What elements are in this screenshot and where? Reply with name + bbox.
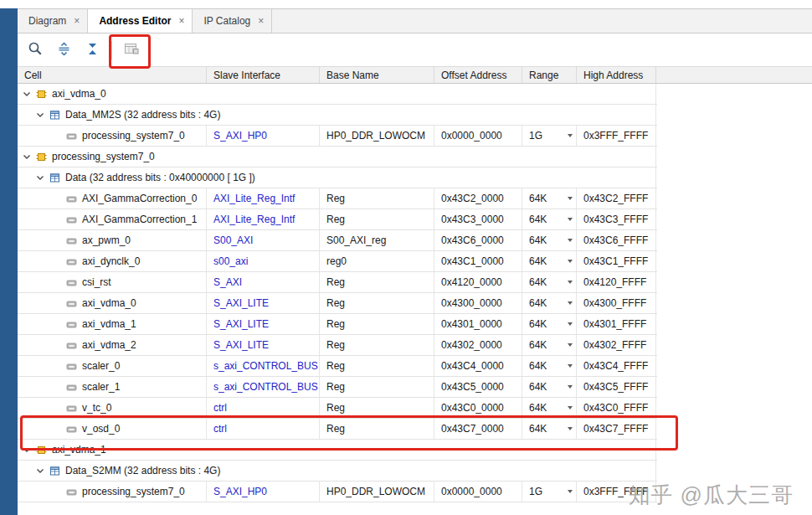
tab-close-icon[interactable]: × (74, 15, 80, 27)
range-dropdown-arrow-icon[interactable] (568, 406, 573, 409)
range-dropdown-arrow-icon[interactable] (568, 301, 573, 305)
table-row-csi-rst[interactable]: csi_rstS_AXIReg0x4120_000064K0x4120_FFFF (18, 272, 657, 293)
range-dropdown-arrow-icon[interactable] (568, 134, 573, 137)
column-header-range[interactable]: Range (522, 67, 577, 83)
offset-address-cell: 0x43C1_0000 (434, 251, 522, 271)
table-row-axi-vdma-2[interactable]: axi_vdma_2S_AXI_LITEReg0x4302_000064K0x4… (18, 335, 657, 356)
chevron-down-icon[interactable] (23, 153, 31, 161)
base-name: Reg (326, 423, 345, 435)
chevron-down-icon[interactable] (36, 174, 44, 182)
table-row-axi-vdma-0[interactable]: axi_vdma_0S_AXI_LITEReg0x4300_000064K0x4… (18, 293, 657, 314)
cell-name-cell: axi_vdma_0 (18, 293, 207, 313)
high-address: 0x43C3_FFFF (583, 214, 648, 225)
offset-address-cell: 0x43C6_0000 (434, 230, 522, 250)
interface-pin-icon (66, 235, 77, 246)
slave-interface-link[interactable]: S_AXI_LITE (213, 318, 269, 330)
table-row-axi-gammacorrection-1[interactable]: AXI_GammaCorrection_1AXI_Lite_Reg_IntfRe… (18, 209, 657, 230)
tab-label: Address Editor (99, 15, 171, 27)
table-row-ax-pwm-0[interactable]: ax_pwm_0S00_AXIS00_AXI_reg0x43C6_000064K… (18, 230, 657, 251)
slave-interface-link[interactable]: s_axi_CONTROL_BUS (213, 381, 318, 393)
chevron-down-icon[interactable] (23, 446, 31, 454)
table-header: CellSlave InterfaceBase NameOffset Addre… (18, 67, 812, 84)
column-header-cell[interactable]: Cell (18, 67, 207, 83)
range-dropdown-arrow-icon[interactable] (568, 343, 573, 347)
range-dropdown-arrow-icon[interactable] (568, 322, 573, 326)
slave-interface-link[interactable]: s_axi_CONTROL_BUS (213, 360, 318, 372)
table-row-scaler-0[interactable]: scaler_0s_axi_CONTROL_BUSReg0x43C4_00006… (18, 356, 657, 377)
table-row-axi-gammacorrection-0[interactable]: AXI_GammaCorrection_0AXI_Lite_Reg_IntfRe… (18, 188, 657, 209)
table-row-axi-dynclk-0[interactable]: axi_dynclk_0s00_axireg00x43C1_000064K0x4… (18, 251, 657, 272)
range-dropdown-arrow-icon[interactable] (568, 490, 573, 493)
slave-interface-link[interactable]: s00_axi (213, 255, 248, 267)
slave-interface-link[interactable]: ctrl (213, 402, 227, 414)
tab-address-editor[interactable]: Address Editor× (88, 9, 193, 33)
table-row-processing-system7-0[interactable]: processing_system7_0 (18, 147, 657, 167)
cell-icon (36, 89, 47, 100)
range-dropdown-arrow-icon[interactable] (568, 260, 573, 263)
interface-pin-icon (66, 487, 77, 497)
column-header-offset-address[interactable]: Offset Address (434, 67, 522, 83)
slave-interface-link[interactable]: S00_AXI (213, 234, 253, 246)
range-value: 1G (529, 486, 542, 497)
interface-pin-icon (66, 131, 77, 142)
tab-close-icon[interactable]: × (178, 15, 184, 27)
table-row-data-32-address-bits-0x40000000-1g[interactable]: Data (32 address bits : 0x40000000 [ 1G … (18, 167, 657, 188)
slave-interface-link[interactable]: S_AXI_LITE (213, 339, 269, 351)
table-row-scaler-1[interactable]: scaler_1s_axi_CONTROL_BUSReg0x43C5_00006… (18, 377, 657, 398)
base-name-cell: Reg (320, 314, 434, 334)
range-value: 64K (529, 381, 547, 393)
range-dropdown-arrow-icon[interactable] (568, 364, 573, 368)
slave-interface-link[interactable]: S_AXI_LITE (213, 297, 269, 309)
slave-interface-cell: ctrl (207, 419, 320, 439)
range-value: 64K (529, 276, 547, 288)
cell-name: processing_system7_0 (82, 130, 185, 142)
column-header-high-address[interactable]: High Address (577, 67, 656, 83)
range-dropdown-arrow-icon[interactable] (568, 218, 573, 221)
column-header-base-name[interactable]: Base Name (320, 67, 434, 83)
tab-diagram[interactable]: Diagram× (18, 9, 88, 33)
table-row-v-osd-0[interactable]: v_osd_0ctrlReg0x43C7_000064K0x43C7_FFFF (18, 419, 657, 440)
search-icon (28, 41, 43, 59)
column-header-slave-interface[interactable]: Slave Interface (207, 67, 320, 83)
range-dropdown-arrow-icon[interactable] (568, 281, 573, 284)
slave-interface-link[interactable]: S_AXI_HP0 (213, 130, 267, 142)
table-row-processing-system7-0[interactable]: processing_system7_0S_AXI_HP0HP0_DDR_LOW… (18, 482, 657, 502)
table-row-axi-vdma-1[interactable]: axi_vdma_1S_AXI_LITEReg0x4301_000064K0x4… (18, 314, 657, 335)
address-editor-panel: Diagram×Address Editor×IP Catalog× CellS… (18, 8, 812, 502)
slave-interface-link[interactable]: ctrl (213, 423, 227, 435)
base-name-cell: Reg (320, 377, 434, 397)
group-label: processing_system7_0 (52, 151, 155, 162)
range-value: 64K (529, 402, 547, 414)
range-value: 1G (529, 130, 542, 142)
table-row-axi-vdma-1[interactable]: axi_vdma_1 (18, 440, 657, 461)
chevron-down-icon[interactable] (23, 90, 31, 98)
high-address: 0x43C2_FFFF (583, 193, 648, 204)
search-button[interactable] (26, 41, 44, 59)
range-dropdown-arrow-icon[interactable] (568, 385, 573, 389)
table-row-axi-vdma-0[interactable]: axi_vdma_0 (18, 84, 657, 105)
range-dropdown-arrow-icon[interactable] (568, 427, 573, 430)
tab-ip-catalog[interactable]: IP Catalog× (193, 9, 272, 33)
table-row-data-s2mm-32-address-bits-4g[interactable]: Data_S2MM (32 address bits : 4G) (18, 461, 657, 482)
cell-name: v_osd_0 (82, 423, 120, 435)
table-row-data-mm2s-32-address-bits-4g[interactable]: Data_MM2S (32 address bits : 4G) (18, 105, 657, 126)
table-row-processing-system7-0[interactable]: processing_system7_0S_AXI_HP0HP0_DDR_LOW… (18, 126, 657, 147)
table-row-v-tc-0[interactable]: v_tc_0ctrlReg0x43C0_000064K0x43C0_FFFF (18, 398, 657, 419)
high-address: 0x43C6_FFFF (583, 234, 648, 246)
table-body: axi_vdma_0Data_MM2S (32 address bits : 4… (18, 84, 812, 502)
slave-interface-link[interactable]: AXI_Lite_Reg_Intf (213, 193, 295, 204)
range-value: 64K (529, 214, 547, 225)
collapse-all-button[interactable] (83, 41, 101, 59)
assign-address-button[interactable] (122, 41, 141, 59)
range-cell: 64K (522, 293, 577, 313)
slave-interface-link[interactable]: S_AXI (213, 276, 242, 288)
tab-close-icon[interactable]: × (258, 15, 264, 27)
slave-interface-link[interactable]: AXI_Lite_Reg_Intf (213, 214, 295, 225)
chevron-down-icon[interactable] (36, 467, 44, 475)
slave-interface-link[interactable]: S_AXI_HP0 (213, 486, 267, 497)
range-dropdown-arrow-icon[interactable] (568, 197, 573, 200)
range-dropdown-arrow-icon[interactable] (568, 239, 573, 242)
expand-all-button[interactable] (54, 41, 73, 59)
base-name: HP0_DDR_LOWOCM (326, 130, 425, 142)
chevron-down-icon[interactable] (36, 111, 44, 119)
